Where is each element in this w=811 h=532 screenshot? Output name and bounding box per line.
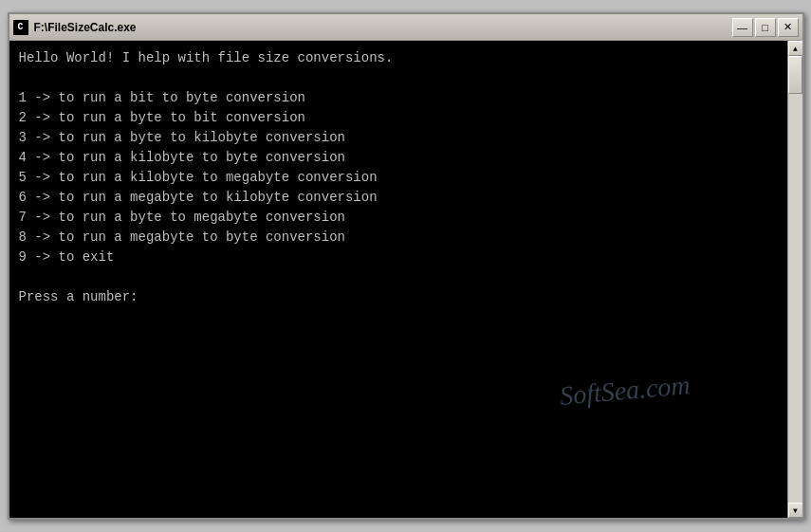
window-controls: — □ ✕ <box>732 18 799 37</box>
console-window: C F:\FileSizeCalc.exe — □ ✕ Hello World!… <box>8 12 804 520</box>
scrollbar-track[interactable] <box>788 56 802 503</box>
close-button[interactable]: ✕ <box>778 18 799 37</box>
console-output: Hello World! I help with file size conve… <box>19 48 778 307</box>
scrollbar-thumb[interactable] <box>788 56 802 94</box>
scroll-up-button[interactable]: ▲ <box>788 41 802 56</box>
app-icon: C <box>13 20 28 35</box>
window-title: F:\FileSizeCalc.exe <box>34 21 732 34</box>
console-content[interactable]: Hello World! I help with file size conve… <box>9 41 787 518</box>
app-icon-letter: C <box>17 22 23 32</box>
titlebar: C F:\FileSizeCalc.exe — □ ✕ <box>9 14 802 41</box>
maximize-button[interactable]: □ <box>755 18 776 37</box>
scroll-down-button[interactable]: ▼ <box>788 503 802 518</box>
console-area: Hello World! I help with file size conve… <box>9 41 802 518</box>
scrollbar[interactable]: ▲ ▼ <box>787 41 802 518</box>
minimize-button[interactable]: — <box>732 18 753 37</box>
